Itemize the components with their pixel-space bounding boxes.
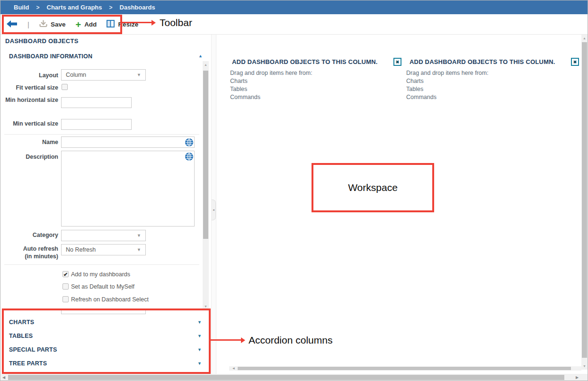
layout-select-value: Column bbox=[66, 72, 86, 78]
auto-refresh-label-line2: (in minutes) bbox=[25, 253, 58, 260]
accordion-special-parts-label: SPECIAL PARTS bbox=[9, 346, 57, 353]
fit-vertical-size-checkbox[interactable] bbox=[62, 84, 68, 90]
dashboard-column-2[interactable]: ADD DASHBOARD OBJECTS TO THIS COLUMN. ✖ … bbox=[403, 35, 581, 374]
save-icon bbox=[39, 20, 47, 29]
column-2-item-tables: Tables bbox=[406, 86, 423, 92]
column-1-item-commands: Commands bbox=[230, 94, 260, 100]
collapse-up-icon[interactable]: ▲ bbox=[198, 54, 203, 58]
chevron-down-icon: ▼ bbox=[197, 347, 202, 352]
refresh-on-select-label: Refresh on Dashboard Select bbox=[71, 296, 149, 303]
close-column-2-icon[interactable]: ✖ bbox=[571, 58, 579, 66]
auto-refresh-select-value: No Refresh bbox=[66, 246, 96, 253]
breadcrumb: Build > Charts and Graphs > Dashboards bbox=[0, 0, 588, 14]
checkmark-icon: ✔ bbox=[63, 272, 68, 277]
refresh-on-select-checkbox[interactable] bbox=[62, 296, 69, 302]
column-1-hint: Drag and drop items here from: bbox=[230, 70, 312, 76]
close-x-glyph: ✖ bbox=[396, 60, 400, 64]
accordion-tables[interactable]: TABLES ▼ bbox=[0, 329, 211, 343]
add-to-my-dashboards-checkbox[interactable]: ✔ bbox=[62, 271, 69, 277]
panel-splitter[interactable]: ◂ bbox=[211, 35, 216, 374]
page-hscrollbar-thumb[interactable] bbox=[8, 375, 564, 380]
column-1-item-tables: Tables bbox=[230, 86, 247, 92]
close-x-glyph: ✖ bbox=[573, 60, 577, 64]
accordion-tables-label: TABLES bbox=[9, 333, 33, 339]
plus-icon: + bbox=[75, 21, 81, 28]
auto-refresh-select[interactable]: No Refresh ▼ bbox=[61, 244, 146, 255]
scroll-right-icon[interactable]: ▶ bbox=[576, 374, 579, 381]
min-horizontal-size-input[interactable] bbox=[61, 97, 132, 108]
toolbar: | Save + Add Resize bbox=[0, 14, 588, 35]
accordion-charts-label: CHARTS bbox=[9, 319, 34, 326]
globe-translate-icon[interactable] bbox=[185, 138, 193, 146]
resize-button-label: Resize bbox=[118, 21, 138, 28]
category-label: Category bbox=[2, 231, 58, 239]
dashboard-objects-panel: DASHBOARD OBJECTS DASHBOARD INFORMATION … bbox=[0, 35, 211, 374]
dashboard-column-1[interactable]: ADD DASHBOARD OBJECTS TO THIS COLUMN. ✖ … bbox=[216, 35, 403, 374]
close-column-1-icon[interactable]: ✖ bbox=[393, 58, 401, 66]
column-2-item-charts: Charts bbox=[406, 78, 424, 84]
chevron-down-icon: ▼ bbox=[197, 320, 202, 325]
set-as-default-label: Set as Default to MySelf bbox=[71, 283, 134, 290]
form-scrollbar-thumb[interactable] bbox=[203, 71, 208, 239]
clipped-form-input[interactable] bbox=[61, 308, 146, 314]
column-2-hint: Drag and drop items here from: bbox=[406, 70, 489, 76]
min-vertical-size-label: Min vertical size bbox=[2, 120, 58, 127]
scroll-down-icon[interactable]: ▼ bbox=[581, 364, 588, 368]
chevron-down-icon: ▼ bbox=[197, 361, 202, 366]
workspace-horizontal-scrollbar: ◀ bbox=[229, 366, 581, 371]
accordion-tree-parts-label: TREE PARTS bbox=[9, 360, 47, 367]
breadcrumb-separator-icon: > bbox=[109, 4, 113, 11]
scroll-down-icon[interactable]: ▼ bbox=[203, 305, 209, 308]
accordion-charts[interactable]: CHARTS ▼ bbox=[0, 315, 211, 329]
chevron-down-icon: ▼ bbox=[137, 73, 141, 77]
min-vertical-size-input[interactable] bbox=[61, 119, 132, 130]
breadcrumb-item-dashboards[interactable]: Dashboards bbox=[120, 4, 155, 11]
layout-label: Layout bbox=[2, 72, 58, 79]
form-divider bbox=[4, 264, 199, 265]
add-button[interactable]: + Add bbox=[75, 21, 97, 28]
description-textarea[interactable] bbox=[61, 151, 195, 227]
breadcrumb-item-build[interactable]: Build bbox=[14, 4, 29, 11]
name-input[interactable] bbox=[61, 136, 195, 148]
save-button[interactable]: Save bbox=[39, 20, 66, 29]
workspace: ADD DASHBOARD OBJECTS TO THIS COLUMN. ✖ … bbox=[216, 35, 581, 374]
chevron-down-icon: ▼ bbox=[137, 233, 141, 238]
breadcrumb-separator-icon: > bbox=[36, 4, 40, 11]
scroll-up-icon[interactable]: ▲ bbox=[203, 63, 209, 66]
chevron-down-icon: ▼ bbox=[137, 247, 141, 252]
back-button[interactable] bbox=[6, 20, 18, 29]
name-label: Name bbox=[2, 138, 58, 146]
chevron-down-icon: ▼ bbox=[197, 334, 202, 338]
category-select[interactable]: ▼ bbox=[61, 230, 146, 241]
toolbar-separator: | bbox=[27, 20, 29, 28]
dashboard-builder-page: Build > Charts and Graphs > Dashboards |… bbox=[0, 0, 588, 381]
set-as-default-checkbox[interactable] bbox=[62, 283, 69, 290]
collapse-left-icon: ◂ bbox=[213, 208, 214, 212]
scroll-left-icon[interactable]: ◀ bbox=[2, 374, 5, 381]
workspace-vertical-scrollbar: ▲ ▼ bbox=[581, 35, 588, 370]
scroll-up-icon[interactable]: ▲ bbox=[581, 36, 588, 40]
breadcrumb-item-charts-and-graphs[interactable]: Charts and Graphs bbox=[47, 4, 102, 11]
globe-translate-icon[interactable] bbox=[185, 153, 193, 161]
add-to-my-dashboards-label: Add to my dashboards bbox=[71, 271, 130, 278]
add-button-label: Add bbox=[84, 21, 97, 28]
column-1-title: ADD DASHBOARD OBJECTS TO THIS COLUMN. bbox=[232, 58, 378, 65]
auto-refresh-label-line1: Auto refresh bbox=[23, 245, 58, 252]
scroll-left-icon[interactable]: ◀ bbox=[232, 366, 235, 371]
section-dashboard-information[interactable]: DASHBOARD INFORMATION bbox=[9, 53, 92, 60]
save-button-label: Save bbox=[51, 21, 66, 28]
form-divider bbox=[4, 134, 199, 135]
form-scrollbar: ▲ ▼ bbox=[203, 61, 209, 309]
column-2-item-commands: Commands bbox=[406, 94, 437, 100]
accordion-special-parts[interactable]: SPECIAL PARTS ▼ bbox=[0, 343, 211, 356]
accordion-tree-parts[interactable]: TREE PARTS ▼ bbox=[0, 356, 211, 370]
workspace-hscrollbar-thumb[interactable] bbox=[238, 367, 571, 370]
fit-vertical-size-label: Fit vertical size bbox=[2, 84, 58, 91]
panel-title: DASHBOARD OBJECTS bbox=[5, 37, 79, 45]
resize-button[interactable]: Resize bbox=[107, 20, 138, 29]
resize-columns-icon bbox=[107, 20, 115, 29]
layout-select[interactable]: Column ▼ bbox=[61, 69, 146, 81]
column-1-item-charts: Charts bbox=[230, 78, 248, 84]
workspace-vscrollbar-thumb[interactable] bbox=[582, 42, 587, 358]
splitter-collapse-handle[interactable]: ◂ bbox=[212, 200, 216, 220]
